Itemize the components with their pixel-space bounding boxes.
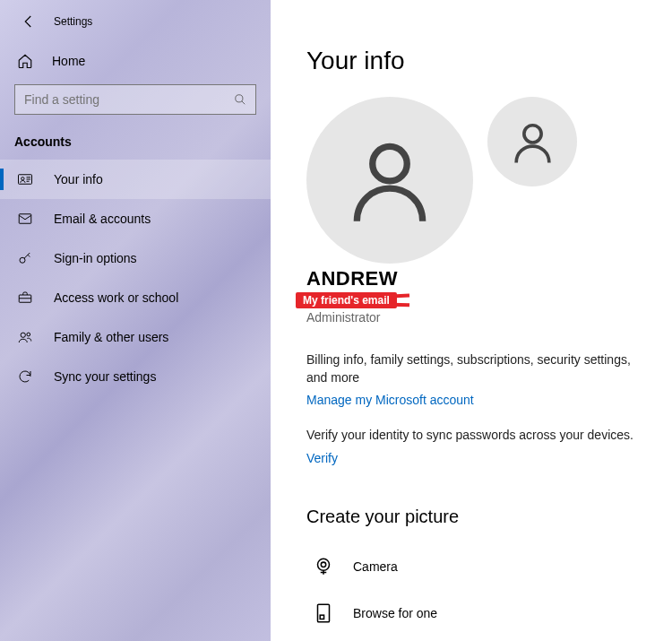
svg-rect-13: [320, 615, 323, 619]
nav-label: Email & accounts: [54, 212, 151, 226]
nav-signin-options[interactable]: Sign-in options: [0, 238, 271, 278]
home-nav[interactable]: Home: [0, 43, 271, 79]
arrow-left-icon: [21, 13, 37, 30]
svg-point-0: [236, 95, 243, 102]
browse-option[interactable]: Browse for one: [306, 590, 654, 637]
section-title: Accounts: [0, 115, 271, 160]
user-role: Administrator: [306, 310, 654, 325]
home-label: Home: [52, 54, 85, 68]
verify-text: Verify your identity to sync passwords a…: [306, 427, 654, 445]
back-button[interactable]: [14, 7, 43, 36]
key-icon: [14, 250, 36, 266]
svg-point-8: [373, 146, 408, 180]
nav-email-accounts[interactable]: Email & accounts: [0, 199, 271, 238]
user-name: ANDREW: [306, 267, 654, 290]
home-icon: [14, 53, 36, 69]
camera-label: Camera: [353, 559, 398, 574]
camera-option[interactable]: Camera: [306, 543, 654, 590]
main-content: Your info ANDREW My friend's email Admin…: [271, 0, 672, 641]
mail-icon: [14, 211, 36, 227]
sync-icon: [14, 368, 36, 385]
camera-icon: [306, 555, 340, 578]
svg-point-4: [20, 257, 25, 263]
nav-label: Your info: [54, 172, 103, 186]
svg-rect-3: [19, 214, 31, 224]
manage-account-link[interactable]: Manage my Microsoft account: [306, 393, 474, 407]
nav-access-work[interactable]: Access work or school: [0, 278, 271, 317]
verify-link[interactable]: Verify: [306, 451, 338, 465]
nav-sync-settings[interactable]: Sync your settings: [0, 357, 271, 396]
picture-heading: Create your picture: [306, 507, 654, 527]
svg-point-10: [318, 559, 330, 570]
people-icon: [14, 329, 36, 345]
redacted-email: My friend's email: [296, 292, 397, 308]
svg-point-11: [321, 562, 325, 567]
nav-label: Family & other users: [54, 330, 168, 344]
sidebar: Settings Home Accounts Your info Email &…: [0, 0, 271, 641]
avatar-small[interactable]: [487, 97, 577, 186]
badge-icon: [14, 171, 36, 187]
nav-label: Sign-in options: [54, 251, 137, 265]
person-icon: [508, 117, 557, 167]
svg-point-2: [22, 178, 24, 180]
billing-text: Billing info, family settings, subscript…: [306, 351, 654, 386]
search-input[interactable]: [24, 92, 234, 107]
nav-label: Sync your settings: [54, 369, 156, 384]
nav-label: Access work or school: [54, 290, 178, 305]
page-title: Your info: [306, 47, 654, 75]
avatar-row: [306, 97, 654, 264]
svg-point-7: [27, 333, 30, 336]
nav-your-info[interactable]: Your info: [0, 160, 271, 199]
briefcase-icon: [14, 290, 36, 306]
nav-family-users[interactable]: Family & other users: [0, 317, 271, 357]
browse-label: Browse for one: [353, 606, 437, 620]
svg-point-9: [523, 125, 540, 142]
svg-point-6: [21, 333, 25, 337]
person-icon: [340, 131, 439, 230]
settings-title: Settings: [54, 15, 92, 28]
search-icon: [234, 93, 246, 106]
avatar-large[interactable]: [306, 97, 473, 264]
header-row: Settings: [0, 0, 271, 43]
search-box[interactable]: [14, 84, 256, 115]
file-icon: [306, 602, 340, 625]
